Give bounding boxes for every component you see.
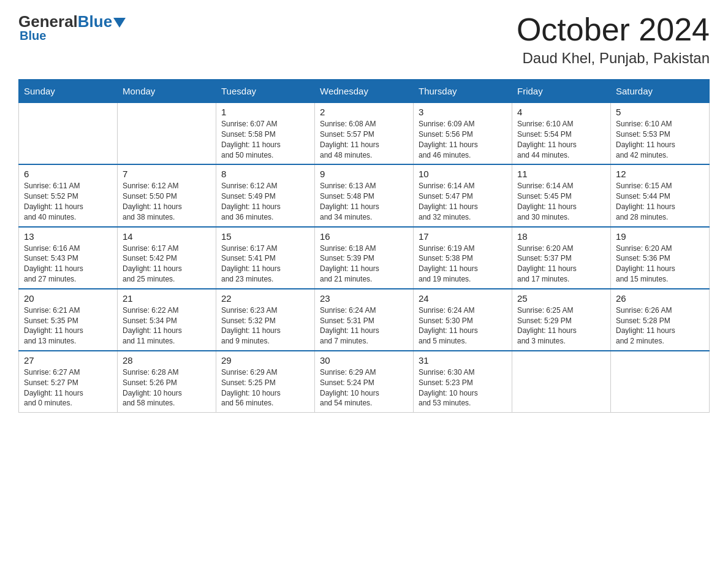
calendar-header-monday: Monday: [118, 80, 216, 103]
day-info: Sunrise: 6:11 AM Sunset: 5:52 PM Dayligh…: [24, 181, 112, 222]
day-number: 31: [419, 355, 507, 366]
day-info: Sunrise: 6:14 AM Sunset: 5:45 PM Dayligh…: [517, 181, 605, 222]
calendar-cell: 3Sunrise: 6:09 AM Sunset: 5:56 PM Daylig…: [414, 103, 512, 165]
calendar-week-row: 20Sunrise: 6:21 AM Sunset: 5:35 PM Dayli…: [19, 289, 710, 351]
calendar-cell: [512, 351, 611, 413]
day-info: Sunrise: 6:12 AM Sunset: 5:50 PM Dayligh…: [123, 181, 211, 222]
day-info: Sunrise: 6:25 AM Sunset: 5:29 PM Dayligh…: [517, 305, 605, 347]
day-number: 27: [24, 355, 112, 366]
day-number: 28: [123, 355, 211, 366]
calendar-cell: 20Sunrise: 6:21 AM Sunset: 5:35 PM Dayli…: [19, 289, 118, 351]
calendar-week-row: 1Sunrise: 6:07 AM Sunset: 5:58 PM Daylig…: [19, 103, 710, 165]
day-info: Sunrise: 6:12 AM Sunset: 5:49 PM Dayligh…: [221, 181, 309, 222]
day-number: 16: [320, 231, 408, 242]
calendar-table: SundayMondayTuesdayWednesdayThursdayFrid…: [18, 79, 710, 413]
day-info: Sunrise: 6:17 AM Sunset: 5:41 PM Dayligh…: [221, 243, 309, 285]
calendar-cell: 6Sunrise: 6:11 AM Sunset: 5:52 PM Daylig…: [19, 164, 118, 226]
calendar-cell: 4Sunrise: 6:10 AM Sunset: 5:54 PM Daylig…: [512, 103, 611, 165]
day-number: 25: [517, 293, 605, 304]
day-number: 6: [24, 169, 112, 179]
day-info: Sunrise: 6:07 AM Sunset: 5:58 PM Dayligh…: [221, 119, 309, 160]
day-number: 12: [616, 169, 704, 179]
calendar-cell: 8Sunrise: 6:12 AM Sunset: 5:49 PM Daylig…: [216, 164, 315, 226]
day-info: Sunrise: 6:15 AM Sunset: 5:44 PM Dayligh…: [616, 181, 704, 222]
calendar-header-tuesday: Tuesday: [216, 80, 315, 103]
calendar-cell: 18Sunrise: 6:20 AM Sunset: 5:37 PM Dayli…: [512, 227, 611, 289]
day-number: 22: [221, 293, 309, 304]
day-info: Sunrise: 6:30 AM Sunset: 5:23 PM Dayligh…: [419, 367, 507, 408]
day-info: Sunrise: 6:10 AM Sunset: 5:54 PM Dayligh…: [517, 119, 605, 160]
calendar-cell: 23Sunrise: 6:24 AM Sunset: 5:31 PM Dayli…: [315, 289, 414, 351]
calendar-cell: 30Sunrise: 6:29 AM Sunset: 5:24 PM Dayli…: [315, 351, 414, 413]
day-number: 7: [123, 169, 211, 179]
calendar-cell: 10Sunrise: 6:14 AM Sunset: 5:47 PM Dayli…: [414, 164, 512, 226]
day-number: 18: [517, 231, 605, 242]
calendar-cell: 9Sunrise: 6:13 AM Sunset: 5:48 PM Daylig…: [315, 164, 414, 226]
calendar-week-row: 27Sunrise: 6:27 AM Sunset: 5:27 PM Dayli…: [19, 351, 710, 413]
calendar-header-friday: Friday: [512, 80, 611, 103]
day-number: 1: [221, 107, 309, 117]
day-number: 13: [24, 231, 112, 242]
day-number: 5: [616, 107, 704, 117]
day-info: Sunrise: 6:22 AM Sunset: 5:34 PM Dayligh…: [123, 305, 211, 347]
day-info: Sunrise: 6:08 AM Sunset: 5:57 PM Dayligh…: [320, 119, 408, 160]
day-number: 21: [123, 293, 211, 304]
calendar-cell: 11Sunrise: 6:14 AM Sunset: 5:45 PM Dayli…: [512, 164, 611, 226]
day-number: 23: [320, 293, 408, 304]
day-info: Sunrise: 6:29 AM Sunset: 5:24 PM Dayligh…: [320, 367, 408, 408]
day-info: Sunrise: 6:28 AM Sunset: 5:26 PM Dayligh…: [123, 367, 211, 408]
logo-blue-label: Blue: [20, 29, 46, 43]
calendar-cell: 22Sunrise: 6:23 AM Sunset: 5:32 PM Dayli…: [216, 289, 315, 351]
day-info: Sunrise: 6:19 AM Sunset: 5:38 PM Dayligh…: [419, 243, 507, 285]
month-title: October 2024: [517, 12, 710, 47]
day-number: 19: [616, 231, 704, 242]
calendar-cell: 25Sunrise: 6:25 AM Sunset: 5:29 PM Dayli…: [512, 289, 611, 351]
day-number: 15: [221, 231, 309, 242]
calendar-cell: 16Sunrise: 6:18 AM Sunset: 5:39 PM Dayli…: [315, 227, 414, 289]
logo-triangle-icon: [113, 18, 126, 28]
day-info: Sunrise: 6:24 AM Sunset: 5:30 PM Dayligh…: [419, 305, 507, 347]
day-number: 8: [221, 169, 309, 179]
day-info: Sunrise: 6:24 AM Sunset: 5:31 PM Dayligh…: [320, 305, 408, 347]
calendar-cell: 2Sunrise: 6:08 AM Sunset: 5:57 PM Daylig…: [315, 103, 414, 165]
day-number: 14: [123, 231, 211, 242]
calendar-cell: 31Sunrise: 6:30 AM Sunset: 5:23 PM Dayli…: [414, 351, 512, 413]
calendar-header-thursday: Thursday: [414, 80, 512, 103]
day-number: 20: [24, 293, 112, 304]
calendar-cell: 29Sunrise: 6:29 AM Sunset: 5:25 PM Dayli…: [216, 351, 315, 413]
day-info: Sunrise: 6:13 AM Sunset: 5:48 PM Dayligh…: [320, 181, 408, 222]
day-number: 9: [320, 169, 408, 179]
day-info: Sunrise: 6:21 AM Sunset: 5:35 PM Dayligh…: [24, 305, 112, 347]
calendar-cell: 14Sunrise: 6:17 AM Sunset: 5:42 PM Dayli…: [118, 227, 216, 289]
day-number: 4: [517, 107, 605, 117]
day-number: 30: [320, 355, 408, 366]
calendar-header-sunday: Sunday: [19, 80, 118, 103]
logo-blue-text: Blue: [78, 12, 112, 31]
calendar-cell: [611, 351, 710, 413]
day-info: Sunrise: 6:26 AM Sunset: 5:28 PM Dayligh…: [616, 305, 704, 347]
day-number: 29: [221, 355, 309, 366]
calendar-cell: 28Sunrise: 6:28 AM Sunset: 5:26 PM Dayli…: [118, 351, 216, 413]
day-info: Sunrise: 6:29 AM Sunset: 5:25 PM Dayligh…: [221, 367, 309, 408]
day-number: 10: [419, 169, 507, 179]
logo: General Blue Blue: [18, 12, 126, 43]
day-info: Sunrise: 6:27 AM Sunset: 5:27 PM Dayligh…: [24, 367, 112, 408]
title-section: October 2024 Daud Khel, Punjab, Pakistan: [517, 12, 710, 67]
calendar-header-wednesday: Wednesday: [315, 80, 414, 103]
calendar-cell: 27Sunrise: 6:27 AM Sunset: 5:27 PM Dayli…: [19, 351, 118, 413]
day-info: Sunrise: 6:09 AM Sunset: 5:56 PM Dayligh…: [419, 119, 507, 160]
day-number: 2: [320, 107, 408, 117]
day-info: Sunrise: 6:10 AM Sunset: 5:53 PM Dayligh…: [616, 119, 704, 160]
calendar-cell: 26Sunrise: 6:26 AM Sunset: 5:28 PM Dayli…: [611, 289, 710, 351]
calendar-week-row: 6Sunrise: 6:11 AM Sunset: 5:52 PM Daylig…: [19, 164, 710, 226]
calendar-cell: 5Sunrise: 6:10 AM Sunset: 5:53 PM Daylig…: [611, 103, 710, 165]
calendar-cell: 1Sunrise: 6:07 AM Sunset: 5:58 PM Daylig…: [216, 103, 315, 165]
calendar-header-saturday: Saturday: [611, 80, 710, 103]
calendar-cell: 17Sunrise: 6:19 AM Sunset: 5:38 PM Dayli…: [414, 227, 512, 289]
calendar-cell: 19Sunrise: 6:20 AM Sunset: 5:36 PM Dayli…: [611, 227, 710, 289]
location-title: Daud Khel, Punjab, Pakistan: [517, 50, 710, 67]
calendar-header-row: SundayMondayTuesdayWednesdayThursdayFrid…: [19, 80, 710, 103]
calendar-cell: [118, 103, 216, 165]
day-info: Sunrise: 6:20 AM Sunset: 5:37 PM Dayligh…: [517, 243, 605, 285]
day-info: Sunrise: 6:23 AM Sunset: 5:32 PM Dayligh…: [221, 305, 309, 347]
